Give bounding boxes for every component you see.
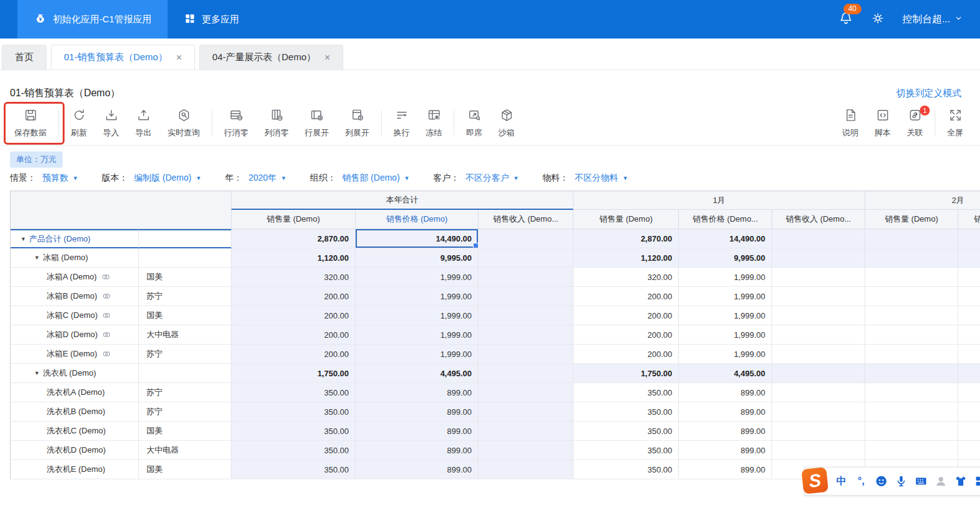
column-group-header[interactable]: 2月 [865,191,980,210]
filter-customer[interactable]: 客户：不区分客户▼ [433,173,519,184]
column-header[interactable]: 销售价格 (Demo) [356,210,479,229]
data-cell[interactable] [479,325,573,345]
toolbar-export-button[interactable]: 导出 [127,108,160,138]
data-cell[interactable]: 200.00 [573,287,679,306]
data-cell[interactable]: 899.00 [356,422,479,441]
data-cell[interactable]: 1,999.00 [356,325,479,345]
customer-cell[interactable]: 苏宁 [139,345,232,364]
data-cell[interactable] [479,383,573,402]
data-cell[interactable]: 899.00 [356,383,479,402]
tab-close-icon[interactable]: × [176,53,182,63]
data-cell[interactable]: 200.00 [232,345,356,364]
ime-microphone-icon[interactable] [892,473,909,490]
data-cell[interactable]: 1,120.00 [573,248,679,268]
toolbar-colexpand-button[interactable]: 列展开 [337,108,377,138]
customer-cell[interactable]: 苏宁 [139,383,232,402]
data-cell[interactable] [772,229,865,248]
data-cell[interactable]: 1,999.00 [356,345,479,364]
data-cell[interactable] [479,248,573,268]
mode-switch-link[interactable]: 切换到定义模式 [896,88,961,99]
data-cell[interactable]: 350.00 [573,383,679,402]
column-header[interactable]: 销售收入 (Demo... [772,210,865,229]
customer-cell[interactable]: 国美 [139,422,232,441]
data-cell[interactable] [772,268,865,287]
data-cell[interactable] [772,248,865,268]
data-cell[interactable]: 4,495.00 [356,364,479,383]
user-menu[interactable]: 控制台超... [902,13,963,26]
data-cell[interactable]: 350.00 [573,460,679,479]
expand-caret-icon[interactable]: ▼ [20,236,26,242]
data-cell[interactable] [865,325,958,345]
row-label[interactable]: 洗衣机D (Demo) [11,441,139,460]
data-cell[interactable]: 9,995.00 [679,248,772,268]
data-cell[interactable] [865,345,958,364]
data-cell[interactable] [479,268,573,287]
column-header[interactable]: 销售价格 (Demo... [679,210,772,229]
tab-home[interactable]: 首页 [2,45,47,70]
column-header[interactable]: 销售收入 (Demo... [479,210,573,229]
column-group-header[interactable]: 本年合计 [232,191,573,210]
data-cell[interactable]: 1,750.00 [573,364,679,383]
data-cell[interactable] [958,364,980,383]
customer-cell[interactable] [139,229,232,248]
data-cell[interactable]: 1,999.00 [356,287,479,306]
toolbar-realtime-button[interactable]: 实时查询 [160,108,208,138]
row-label[interactable]: 洗衣机A (Demo) [11,383,139,402]
toolbar-colzero-button[interactable]: 列消零 [256,108,297,138]
data-cell[interactable]: 200.00 [573,325,679,345]
data-cell[interactable]: 899.00 [679,441,772,460]
data-cell[interactable] [865,402,958,422]
app-tab-current[interactable]: ¥ 初始化应用-C1管报应用 [17,0,168,38]
data-cell[interactable] [958,345,980,364]
data-cell[interactable] [772,287,865,306]
tab-document-2[interactable]: 04-产量展示表（Demo）× [199,45,343,70]
toolbar-freeze-button[interactable]: 冻结 [418,108,450,138]
toolbar-save-button[interactable]: 保存数据 [6,108,55,138]
data-cell[interactable]: 899.00 [679,383,772,402]
toolbar-link-button[interactable]: 关联1 [899,108,931,138]
data-cell[interactable] [958,248,980,268]
data-cell[interactable] [958,422,980,441]
data-cell[interactable] [865,306,958,325]
ime-emoji-icon[interactable] [873,473,889,490]
data-cell[interactable] [479,402,573,422]
ime-chinese-mode-icon[interactable]: 中 [833,473,850,490]
tab-close-icon[interactable]: × [325,53,330,63]
data-cell[interactable] [479,345,573,364]
data-cell[interactable] [479,460,573,479]
data-cell[interactable] [958,441,980,460]
data-cell[interactable]: 1,750.00 [232,364,356,383]
customer-cell[interactable]: 苏宁 [139,402,232,422]
data-cell[interactable] [772,441,865,460]
data-cell[interactable]: 200.00 [573,345,679,364]
toolbar-doc-button[interactable]: 说明 [834,108,866,138]
data-cell[interactable]: 350.00 [232,422,356,441]
data-cell[interactable] [865,422,958,441]
customer-cell[interactable]: 国美 [139,268,232,287]
row-label[interactable]: 洗衣机C (Demo) [11,422,139,441]
column-header[interactable]: 销售价格 (Demo) [958,210,980,229]
column-group-header[interactable]: 1月 [573,191,865,210]
row-label[interactable]: 冰箱C (Demo) [11,306,139,325]
row-label[interactable]: 洗衣机B (Demo) [11,402,139,422]
row-label[interactable]: 冰箱A (Demo) [11,268,139,287]
data-cell[interactable] [772,306,865,325]
data-cell[interactable]: 4,495.00 [679,364,772,383]
data-cell[interactable] [865,364,958,383]
data-cell[interactable]: 200.00 [232,287,356,306]
row-label[interactable]: ▼产品合计 (Demo) [11,229,139,248]
data-cell[interactable]: 200.00 [232,325,356,345]
customer-cell[interactable]: 国美 [139,306,232,325]
tab-document-1[interactable]: 01-销售预算表（Demo）× [51,45,195,70]
toolbar-rowexpand-button[interactable]: 行展开 [297,108,337,138]
ime-keyboard-icon[interactable] [912,473,929,490]
data-cell[interactable]: 320.00 [573,268,679,287]
toolbar-rowzero-button[interactable]: 行消零 [216,108,256,138]
row-label[interactable]: ▼洗衣机 (Demo) [11,364,139,383]
data-cell[interactable]: 899.00 [356,402,479,422]
data-cell[interactable] [479,306,573,325]
column-header[interactable]: 销售量 (Demo) [232,210,356,229]
data-cell[interactable] [772,402,865,422]
data-cell[interactable] [772,345,865,364]
data-cell[interactable]: 200.00 [573,306,679,325]
